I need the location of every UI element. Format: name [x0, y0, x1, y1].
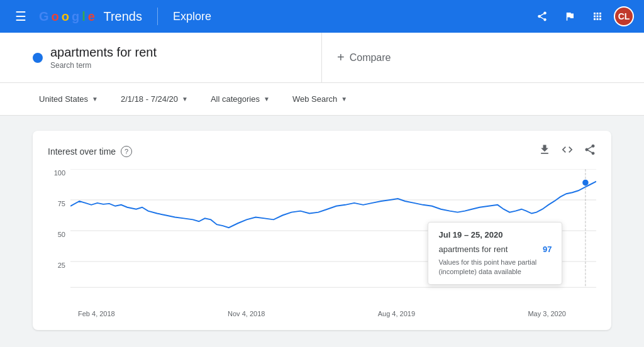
tooltip-term: apartments for rent: [438, 245, 508, 254]
flag-icon-btn[interactable]: [558, 5, 581, 28]
chart-container: Jul 19 – 25, 2020 apartments for rent 97…: [70, 169, 596, 307]
app-header: ☰ Google Trends Explore CL: [0, 0, 644, 33]
chart-hover-dot: [582, 180, 589, 186]
compare-plus-icon: +: [337, 50, 345, 65]
header-divider: [157, 8, 158, 25]
categories-filter[interactable]: All categories ▼: [204, 91, 276, 107]
search-type-filter[interactable]: Web Search ▼: [286, 91, 353, 107]
menu-icon[interactable]: ☰: [10, 4, 31, 29]
explore-label: Explore: [173, 10, 211, 23]
app-logo: Google Trends: [39, 9, 142, 24]
date-filter[interactable]: 2/1/18 - 7/24/20 ▼: [114, 91, 194, 107]
categories-chevron-icon: ▼: [264, 96, 270, 102]
y-label-50: 50: [48, 231, 65, 238]
x-axis-labels: Feb 4, 2018 Nov 4, 2018 Aug 4, 2019 May …: [48, 307, 596, 317]
search-type-chevron-icon: ▼: [341, 96, 347, 102]
filters-bar: United States ▼ 2/1/18 - 7/24/20 ▼ All c…: [0, 83, 644, 116]
x-label-3: May 3, 2020: [528, 310, 566, 317]
chart-tooltip: Jul 19 – 25, 2020 apartments for rent 97…: [428, 222, 562, 285]
compare-box[interactable]: + Compare: [322, 33, 611, 82]
chart-title: Interest over time: [48, 146, 116, 157]
x-label-0: Feb 4, 2018: [78, 310, 115, 317]
apps-icon-btn[interactable]: [586, 5, 609, 28]
search-term-type: Search term: [50, 61, 157, 70]
share-icon-btn[interactable]: [531, 5, 553, 28]
search-dot: [33, 53, 43, 63]
date-chevron-icon: ▼: [182, 96, 188, 102]
y-label-75: 75: [48, 200, 65, 207]
y-label-100: 100: [48, 169, 65, 177]
x-label-2: Aug 4, 2019: [378, 310, 415, 317]
location-label: United States: [39, 94, 88, 104]
chart-line: [70, 182, 596, 228]
date-label: 2/1/18 - 7/24/20: [121, 94, 178, 104]
search-term-box: apartments for rent Search term: [33, 33, 322, 82]
download-icon[interactable]: [538, 143, 551, 159]
search-type-label: Web Search: [292, 94, 337, 104]
x-label-1: Nov 4, 2018: [228, 310, 265, 317]
tooltip-value: 97: [543, 245, 552, 254]
embed-icon[interactable]: [561, 143, 574, 159]
user-avatar[interactable]: CL: [614, 6, 634, 26]
tooltip-date: Jul 19 – 25, 2020: [438, 230, 552, 240]
y-axis-labels: 100 75 50 25: [48, 169, 70, 307]
help-icon[interactable]: ?: [121, 146, 132, 157]
search-area: apartments for rent Search term + Compar…: [0, 33, 644, 83]
header-actions: CL: [531, 5, 634, 28]
tooltip-note: Values for this point have partial (inco…: [438, 258, 552, 277]
search-term-text: apartments for rent Search term: [50, 45, 157, 70]
tooltip-row: apartments for rent 97: [438, 245, 552, 254]
chart-section: Interest over time ? 100 75 50 25: [33, 131, 611, 330]
compare-label: Compare: [350, 52, 391, 63]
chart-actions: [538, 143, 596, 159]
location-chevron-icon: ▼: [92, 96, 98, 102]
location-filter[interactable]: United States ▼: [33, 91, 104, 107]
search-term-main: apartments for rent: [50, 45, 157, 60]
share-chart-icon[interactable]: [584, 143, 596, 159]
categories-label: All categories: [211, 94, 260, 104]
chart-title-area: Interest over time ?: [48, 146, 132, 157]
chart-header: Interest over time ?: [48, 143, 596, 159]
y-label-25: 25: [48, 262, 65, 269]
